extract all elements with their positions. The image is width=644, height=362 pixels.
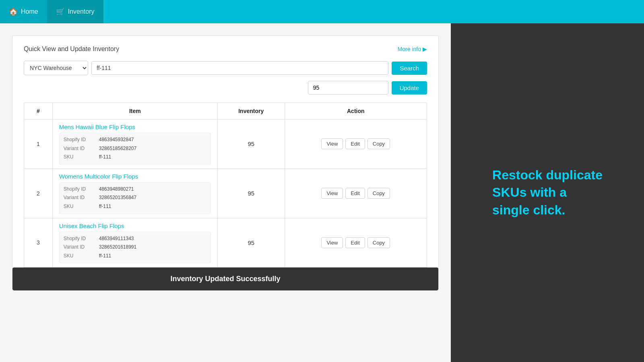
item-meta-3: Shopify ID 4863949111343 Variant ID 3286…: [59, 232, 211, 263]
nav-inventory[interactable]: 🛒 Inventory: [47, 0, 103, 23]
sku-label-3: SKU: [64, 252, 93, 261]
action-buttons-2: View Edit Copy: [291, 188, 420, 199]
edit-button-3[interactable]: Edit: [345, 237, 365, 248]
col-header-action: Action: [285, 103, 427, 119]
table-head: # Item Inventory Action: [24, 103, 427, 119]
table-row: 1 Mens Hawaii Blue Flip Flops Shopify ID…: [24, 119, 427, 169]
sku-value-1: ff-111: [99, 153, 111, 162]
promo-text: Restock duplicate SKUs with a single cli…: [492, 167, 603, 219]
row-item-2: Womens Multicolor Flip Flops Shopify ID …: [52, 169, 217, 218]
sku-value-2: ff-111: [99, 202, 111, 211]
variant-id-label-1: Variant ID: [64, 144, 93, 153]
meta-row-shopify-2: Shopify ID 4863948980271: [64, 185, 206, 194]
col-header-number: #: [24, 103, 53, 119]
more-info-label: More info: [398, 46, 421, 52]
row-number-2: 2: [24, 169, 53, 218]
update-quantity-input[interactable]: [308, 81, 388, 95]
meta-row-shopify-1: Shopify ID 4863945932847: [64, 136, 206, 144]
item-name-2[interactable]: Womens Multicolor Flip Flops: [59, 173, 211, 180]
table-body: 1 Mens Hawaii Blue Flip Flops Shopify ID…: [24, 119, 427, 267]
row-inventory-2: 95: [217, 169, 285, 218]
toast-bar: Inventory Updated Successfully: [12, 267, 438, 290]
more-info-arrow: ▶: [423, 46, 427, 52]
row-actions-2: View Edit Copy: [285, 169, 427, 218]
variant-id-value-2: 32865201356847: [99, 193, 136, 202]
item-meta-1: Shopify ID 4863945932847 Variant ID 3286…: [59, 133, 211, 165]
variant-id-value-1: 32865185628207: [99, 144, 136, 153]
sku-label-1: SKU: [64, 153, 93, 162]
row-number-3: 3: [24, 218, 53, 267]
row-inventory-3: 95: [217, 218, 285, 267]
item-name-3[interactable]: Unisex Beach Flip Flops: [59, 222, 211, 229]
col-header-item: Item: [52, 103, 217, 119]
more-info-link[interactable]: More info ▶: [398, 46, 427, 52]
update-row: Update: [24, 81, 427, 95]
variant-id-label-3: Variant ID: [64, 243, 93, 252]
update-button[interactable]: Update: [392, 81, 427, 95]
card-title: Quick View and Update Inventory: [24, 45, 119, 53]
search-row: NYC Warehouse Search: [24, 61, 427, 75]
variant-id-value-3: 32865201618991: [99, 243, 136, 252]
row-actions-1: View Edit Copy: [285, 119, 427, 169]
row-item-3: Unisex Beach Flip Flops Shopify ID 48639…: [52, 218, 217, 267]
nav-inventory-label: Inventory: [68, 8, 95, 15]
view-button-1[interactable]: View: [321, 138, 343, 149]
toast-wrapper: Inventory Updated Successfully: [12, 267, 438, 290]
row-number-1: 1: [24, 119, 53, 169]
copy-button-2[interactable]: Copy: [367, 188, 390, 199]
shopify-id-label-3: Shopify ID: [64, 234, 93, 243]
left-pane: Quick View and Update Inventory More inf…: [0, 23, 451, 362]
col-header-inventory: Inventory: [217, 103, 285, 119]
main-layout: Quick View and Update Inventory More inf…: [0, 23, 644, 362]
card-header: Quick View and Update Inventory More inf…: [24, 45, 427, 53]
nav-home[interactable]: 🏠 Home: [0, 0, 47, 23]
row-inventory-1: 95: [217, 119, 285, 169]
inventory-table: # Item Inventory Action 1 Mens Hawaii Bl…: [24, 103, 427, 267]
shopify-id-value-3: 4863949111343: [99, 234, 134, 243]
edit-button-2[interactable]: Edit: [345, 188, 365, 199]
home-icon: 🏠: [9, 7, 18, 16]
meta-row-variant-2: Variant ID 32865201356847: [64, 193, 206, 202]
action-buttons-1: View Edit Copy: [291, 138, 420, 149]
navbar: 🏠 Home 🛒 Inventory: [0, 0, 644, 23]
shopify-id-label-1: Shopify ID: [64, 136, 93, 144]
shopify-id-value-1: 4863945932847: [99, 136, 134, 144]
meta-row-variant-3: Variant ID 32865201618991: [64, 243, 206, 252]
right-pane: Restock duplicate SKUs with a single cli…: [451, 23, 644, 362]
row-actions-3: View Edit Copy: [285, 218, 427, 267]
action-buttons-3: View Edit Copy: [291, 237, 420, 248]
row-item-1: Mens Hawaii Blue Flip Flops Shopify ID 4…: [52, 119, 217, 169]
item-name-1[interactable]: Mens Hawaii Blue Flip Flops: [59, 123, 211, 130]
inventory-card: Quick View and Update Inventory More inf…: [12, 35, 439, 291]
meta-row-variant-1: Variant ID 32865185628207: [64, 144, 206, 153]
item-meta-2: Shopify ID 4863948980271 Variant ID 3286…: [59, 182, 211, 214]
copy-button-3[interactable]: Copy: [367, 237, 390, 248]
promo-line1: Restock duplicate: [492, 168, 603, 182]
view-button-2[interactable]: View: [321, 188, 343, 199]
shopify-id-value-2: 4863948980271: [99, 185, 134, 194]
promo-line2: SKUs with a: [492, 185, 567, 200]
sku-input[interactable]: [91, 61, 388, 75]
sku-value-3: ff-111: [99, 252, 111, 261]
table-header-row: # Item Inventory Action: [24, 103, 427, 119]
meta-row-sku-3: SKU ff-111: [64, 252, 206, 261]
promo-line3: single click.: [492, 203, 565, 217]
sku-label-2: SKU: [64, 202, 93, 211]
view-button-3[interactable]: View: [321, 237, 343, 248]
variant-id-label-2: Variant ID: [64, 193, 93, 202]
meta-row-sku-1: SKU ff-111: [64, 153, 206, 162]
cart-icon: 🛒: [56, 7, 65, 16]
table-row: 3 Unisex Beach Flip Flops Shopify ID 486…: [24, 218, 427, 267]
edit-button-1[interactable]: Edit: [345, 138, 365, 149]
table-row: 2 Womens Multicolor Flip Flops Shopify I…: [24, 169, 427, 218]
warehouse-select[interactable]: NYC Warehouse: [24, 61, 88, 75]
search-button[interactable]: Search: [392, 62, 427, 75]
nav-home-label: Home: [21, 8, 38, 15]
copy-button-1[interactable]: Copy: [367, 138, 390, 149]
meta-row-sku-2: SKU ff-111: [64, 202, 206, 211]
meta-row-shopify-3: Shopify ID 4863949111343: [64, 234, 206, 243]
shopify-id-label-2: Shopify ID: [64, 185, 93, 194]
